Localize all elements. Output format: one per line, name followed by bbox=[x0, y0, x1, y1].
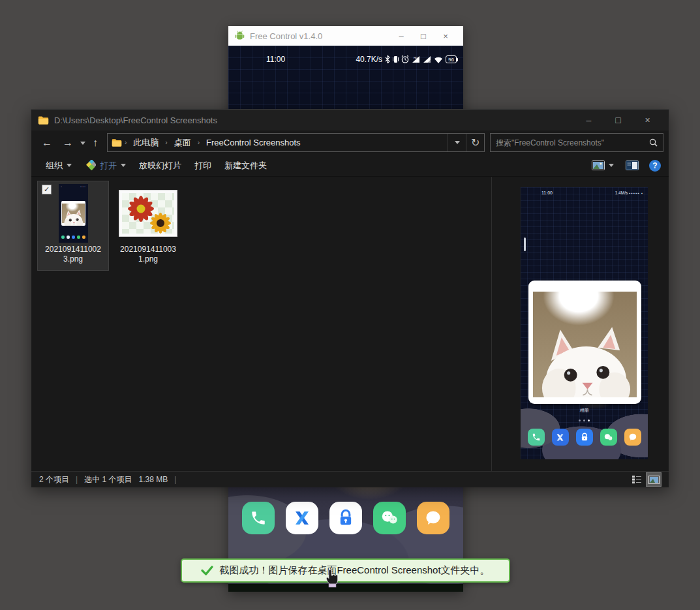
print-label: 打印 bbox=[194, 160, 211, 172]
preview-image: 11:00 1.4M/s ▪▪▪▪▪▪ ▪ bbox=[521, 187, 648, 459]
preview-dock bbox=[521, 429, 648, 446]
chevron-down-icon bbox=[121, 164, 126, 167]
slideshow-button[interactable]: 放映幻灯片 bbox=[132, 155, 188, 176]
search-input[interactable] bbox=[491, 138, 649, 147]
file-name: 2021091411002 3.png bbox=[45, 245, 101, 264]
messages-app-icon[interactable] bbox=[417, 502, 449, 534]
chevron-down-icon bbox=[67, 164, 72, 167]
breadcrumb-separator: › bbox=[164, 139, 168, 146]
back-button[interactable]: ← bbox=[37, 137, 57, 149]
phone-app-icon[interactable] bbox=[242, 502, 275, 534]
organize-button[interactable]: 组织 bbox=[39, 155, 78, 176]
history-chevron-icon[interactable] bbox=[78, 139, 87, 146]
folder-icon bbox=[38, 115, 49, 125]
breadcrumb-separator: › bbox=[123, 139, 128, 146]
file-item-screenshot[interactable]: 2021091411003 1.png bbox=[113, 181, 183, 270]
selection-count: 选中 1 个项目 bbox=[84, 474, 132, 485]
preview-phone-status-bar: 11:00 1.4M/s ▪▪▪▪▪▪ ▪ bbox=[521, 191, 648, 195]
preview-clock: 11:00 bbox=[541, 191, 553, 195]
help-button[interactable]: ? bbox=[649, 160, 661, 172]
open-label: 打开 bbox=[100, 160, 117, 172]
command-toolbar: 组织 打开 放映幻灯片 打印 新建文件夹 bbox=[31, 155, 669, 177]
screenshot-success-toast: 截图成功！图片保存在桌面FreeControl Screenshot文件夹中。 bbox=[181, 558, 510, 583]
preview-pane-divider[interactable] bbox=[491, 177, 492, 471]
status-separator: | bbox=[76, 475, 78, 484]
hand-cursor bbox=[325, 568, 339, 588]
x-browser-app-icon[interactable] bbox=[286, 502, 318, 534]
minimize-button[interactable]: – bbox=[574, 115, 603, 125]
new-folder-button[interactable]: 新建文件夹 bbox=[218, 155, 273, 176]
search-icon[interactable] bbox=[649, 138, 658, 147]
slideshow-label: 放映幻灯片 bbox=[139, 160, 181, 172]
address-bar[interactable]: › 此电脑 › 桌面 › FreeControl Screenshots ↻ bbox=[107, 133, 485, 152]
forward-button[interactable]: → bbox=[57, 137, 78, 149]
navigation-bar: ← → ↑ › 此电脑 › 桌面 › FreeControl Screensho… bbox=[31, 130, 669, 155]
address-dropdown-chevron-icon[interactable] bbox=[448, 134, 466, 151]
free-control-titlebar[interactable]: Free Control v1.4.0 – □ × bbox=[228, 26, 463, 46]
network-speed: 40.7K/s bbox=[356, 55, 382, 64]
selection-checkbox[interactable]: ✓ bbox=[42, 185, 52, 194]
chevron-down-icon bbox=[609, 164, 614, 167]
phone-clock: 11:00 bbox=[266, 55, 285, 64]
photo-widget-card bbox=[528, 281, 641, 404]
maximize-button[interactable]: □ bbox=[412, 31, 434, 41]
open-button[interactable]: 打开 bbox=[78, 155, 132, 176]
svg-text:HD: HD bbox=[414, 56, 418, 59]
status-separator: | bbox=[174, 475, 176, 484]
battery-icon: 96 bbox=[446, 55, 457, 63]
items-count: 2 个项目 bbox=[39, 474, 69, 485]
vibrate-icon bbox=[393, 55, 399, 63]
preview-pane-icon bbox=[626, 160, 639, 170]
breadcrumb-this-pc[interactable]: 此电脑 bbox=[129, 134, 162, 151]
folder-icon bbox=[112, 138, 122, 147]
lock-app-icon[interactable] bbox=[329, 502, 362, 534]
bluetooth-icon bbox=[385, 55, 390, 63]
preview-pane-button[interactable] bbox=[624, 160, 640, 170]
phone-status-bar: 11:00 40.7K/s HD 96 bbox=[228, 53, 463, 65]
home-page-dots bbox=[521, 419, 648, 421]
explorer-title: D:\Users\Desktop\FreeControl Screenshots bbox=[54, 115, 574, 125]
new-folder-label: 新建文件夹 bbox=[224, 160, 267, 172]
up-button[interactable]: ↑ bbox=[87, 137, 103, 149]
alarm-icon bbox=[401, 55, 409, 63]
phone-app-icon bbox=[528, 429, 545, 446]
cat-photo bbox=[533, 292, 637, 397]
photo-viewer-icon bbox=[85, 160, 96, 171]
search-box[interactable] bbox=[490, 133, 663, 152]
wechat-app-icon bbox=[600, 429, 617, 446]
wechat-app-icon[interactable] bbox=[373, 502, 406, 534]
print-button[interactable]: 打印 bbox=[188, 155, 218, 176]
x-browser-app-icon bbox=[552, 429, 569, 446]
check-icon bbox=[201, 566, 213, 575]
thumbnail-view-icon bbox=[592, 160, 605, 170]
file-list-area[interactable]: ▪▪▪▪▪ 2021091411002 3.png ✓ bbox=[31, 177, 669, 471]
preview-net-speed: 1.4M/s bbox=[615, 191, 628, 195]
messages-app-icon bbox=[624, 429, 641, 446]
file-item-screenshot[interactable]: ▪▪▪▪▪ 2021091411002 3.png ✓ bbox=[38, 181, 108, 270]
breadcrumb-current-folder[interactable]: FreeControl Screenshots bbox=[202, 135, 305, 150]
signal-sim1-icon: HD bbox=[412, 55, 420, 63]
android-icon bbox=[235, 31, 245, 41]
status-bar: 2 个项目 | 选中 1 个项目 1.38 MB | bbox=[31, 471, 669, 487]
signal-sim2-icon bbox=[423, 55, 431, 63]
wifi-icon bbox=[434, 56, 443, 63]
change-view-button[interactable] bbox=[590, 160, 615, 170]
lock-app-icon bbox=[576, 429, 593, 446]
maximize-button[interactable]: □ bbox=[603, 115, 633, 125]
window-title: Free Control v1.4.0 bbox=[250, 31, 390, 41]
breadcrumb-separator: › bbox=[196, 139, 201, 146]
organize-label: 组织 bbox=[46, 160, 63, 172]
minimize-button[interactable]: – bbox=[390, 31, 412, 41]
close-button[interactable]: × bbox=[633, 115, 662, 125]
explorer-titlebar[interactable]: D:\Users\Desktop\FreeControl Screenshots… bbox=[31, 110, 669, 130]
refresh-button[interactable]: ↻ bbox=[466, 134, 484, 151]
close-button[interactable]: × bbox=[434, 31, 457, 41]
file-name: 2021091411003 1.png bbox=[120, 245, 176, 264]
photo-widget-label: 相册 bbox=[521, 407, 648, 414]
large-icons-view-button[interactable] bbox=[647, 473, 661, 486]
preview-status-icons: ▪▪▪▪▪▪ ▪ bbox=[629, 191, 643, 195]
selection-size: 1.38 MB bbox=[138, 475, 168, 484]
breadcrumb-desktop[interactable]: 桌面 bbox=[170, 134, 195, 151]
sidebar-handle bbox=[524, 237, 526, 251]
details-view-button[interactable] bbox=[630, 473, 644, 486]
